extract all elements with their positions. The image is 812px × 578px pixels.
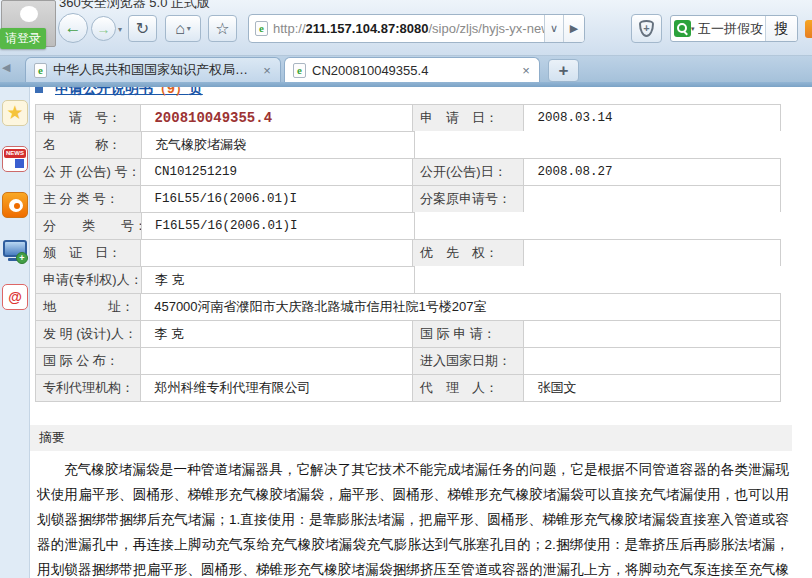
login-button[interactable]: 请登录: [0, 28, 46, 49]
shield-plus-icon: +: [639, 20, 654, 37]
priority-value: [523, 239, 781, 267]
field-label: 进入国家日期：: [412, 347, 524, 375]
field-label: 发 明 (设计)人：: [35, 320, 141, 348]
field-label: 地 址：: [35, 293, 141, 321]
search-engine-icon[interactable]: [674, 20, 691, 37]
mail-icon[interactable]: @: [2, 284, 28, 310]
field-label: 主 分 类 号：: [35, 185, 141, 213]
certificate-date-value: [140, 239, 413, 267]
search-engine-dropdown-icon[interactable]: ▾: [691, 25, 698, 33]
row-intl-publication: 国 际 公 布： 进入国家日期：: [35, 347, 781, 375]
row-applicant: 申请(专利权)人： 李 克: [35, 266, 781, 294]
field-label: 代 理 人：: [412, 374, 524, 402]
window-title: 360安全浏览器 5.0 正式版: [59, 0, 210, 12]
tab-scroll-left-icon[interactable]: ◀: [2, 61, 10, 74]
new-tab-button[interactable]: +: [548, 59, 579, 82]
url-host: 211.157.104.87:8080: [306, 21, 429, 36]
link-text: 申请公开说明书: [55, 87, 153, 96]
field-label: 国 际 申 请：: [412, 320, 524, 348]
document-link-row: 申请公开说明书（9）页: [35, 87, 435, 102]
tab-bar: ◀ e 中华人民共和国国家知识产权局专利... × e CN2008100493…: [0, 56, 812, 82]
agency-value: 郑州科维专利代理有限公司: [140, 374, 413, 402]
intl-application-value: [523, 320, 781, 348]
title-value: 充气橡胶堵漏袋: [141, 131, 415, 159]
link-page-count: （9）: [153, 87, 189, 96]
row-address: 地 址： 457000河南省濮阳市大庆路北路城市信用社院1号楼207室: [35, 293, 781, 321]
forward-dropdown-icon[interactable]: ▾: [118, 25, 122, 34]
row-classification: 分 类 号： F16L55/16(2006.01)I: [35, 212, 781, 240]
browser-toolbar: ← → ▾ ↻ ⌂ ▾ ☆ e http://211.157.104.87:80…: [58, 13, 812, 55]
bullet-icon: [35, 87, 43, 93]
applicant-value: 李 克: [141, 266, 415, 294]
page-icon: e: [255, 21, 268, 36]
add-icon: +: [16, 252, 28, 264]
publication-number-value: CN101251219: [140, 158, 413, 186]
field-label: 申 请 日：: [412, 104, 524, 132]
patent-info-table: 申 请 号： 200810049355.4 申 请 日： 2008.03.14 …: [35, 105, 781, 402]
national-entry-date-value: [523, 347, 781, 375]
class-value: F16L55/16(2006.01)I: [141, 212, 415, 240]
favorites-star-icon[interactable]: ★: [2, 100, 28, 126]
row-publication-number: 公 开 (公告) 号： CN101251219 公开(公告)日： 2008.08…: [35, 158, 781, 186]
security-shield-button[interactable]: +: [631, 14, 662, 43]
main-class-value: F16L55/16(2006.01)I: [140, 185, 413, 213]
search-button[interactable]: 搜: [765, 16, 797, 41]
back-button[interactable]: ←: [58, 13, 88, 43]
publication-date-value: 2008.08.27: [523, 158, 781, 186]
url-path: /sipo/zljs/hyjs-yx-new: [428, 21, 544, 36]
tab-patent-office[interactable]: e 中华人民共和国国家知识产权局专利... ×: [25, 57, 281, 82]
home-button[interactable]: ⌂ ▾: [165, 15, 201, 42]
refresh-button[interactable]: ↻: [128, 15, 157, 42]
url-text[interactable]: http://211.157.104.87:8080/sipo/zljs/hyj…: [273, 21, 544, 36]
favorites-tray-icon[interactable]: [805, 20, 812, 38]
address-value: 457000河南省濮阳市大庆路北路城市信用社院1号楼207室: [140, 293, 781, 321]
tab-label: CN200810049355.4: [312, 63, 519, 78]
page-icon: e: [293, 63, 306, 78]
search-input[interactable]: 五一拼假攻: [698, 20, 765, 38]
row-inventor: 发 明 (设计)人： 李 克 国 际 申 请：: [35, 320, 781, 348]
field-label: 分案原申请号：: [412, 185, 524, 213]
field-label: 优 先 权：: [412, 239, 524, 267]
abstract-text: 充气橡胶堵漏袋是一种管道堵漏器具，它解决了其它技术不能完成堵漏任务的问题，它是根…: [37, 457, 789, 578]
news-icon-label: NEWS: [4, 149, 26, 158]
address-bar[interactable]: e http://211.157.104.87:8080/sipo/zljs/h…: [248, 14, 585, 43]
field-label: 公 开 (公告) 号：: [35, 158, 141, 186]
page-content: 申请公开说明书（9）页 申 请 号： 200810049355.4 申 请 日：…: [30, 87, 812, 578]
browser-chrome: 360安全浏览器 5.0 正式版 请登录 ← → ▾ ↻ ⌂ ▾ ☆ e htt…: [0, 0, 812, 56]
tab-patent-record[interactable]: e CN200810049355.4 ×: [284, 57, 540, 82]
close-icon[interactable]: ×: [260, 63, 274, 78]
agent-value: 张国文: [523, 374, 781, 402]
row-main-classification: 主 分 类 号： F16L55/16(2006.01)I 分案原申请号：: [35, 185, 781, 213]
field-label: 名 称：: [35, 131, 142, 159]
remote-computer-icon[interactable]: +: [2, 238, 28, 264]
bookmark-button[interactable]: ☆: [208, 15, 237, 42]
inventor-value: 李 克: [140, 320, 413, 348]
field-label: 颁 证 日：: [35, 239, 141, 267]
weibo-icon[interactable]: [2, 192, 28, 218]
application-number-value: 200810049355.4: [140, 104, 413, 132]
publication-document-link[interactable]: 申请公开说明书（9）页: [55, 87, 203, 98]
news-icon[interactable]: NEWS: [2, 146, 28, 172]
field-label: 专利代理机构：: [35, 374, 141, 402]
link-suffix: 页: [189, 87, 203, 96]
field-label: 国 际 公 布：: [35, 347, 141, 375]
field-label: 分 类 号：: [35, 212, 142, 240]
abstract-section-header: 摘要: [30, 425, 792, 451]
search-box[interactable]: ▾ 五一拼假攻 搜: [670, 15, 798, 42]
row-application-number: 申 请 号： 200810049355.4 申 请 日： 2008.03.14: [35, 104, 781, 132]
home-dropdown-icon: ▾: [187, 24, 191, 33]
browser-sidebar: ★ NEWS + @: [0, 87, 30, 578]
intl-publication-value: [140, 347, 413, 375]
tab-label: 中华人民共和国国家知识产权局专利...: [53, 61, 260, 79]
forward-button[interactable]: →: [91, 16, 116, 41]
close-icon[interactable]: ×: [519, 63, 533, 78]
row-title-name: 名 称： 充气橡胶堵漏袋: [35, 131, 781, 159]
row-agency: 专利代理机构： 郑州科维专利代理有限公司 代 理 人： 张国文: [35, 374, 781, 402]
field-label: 申请(专利权)人：: [35, 266, 142, 294]
home-icon: ⌂: [175, 20, 185, 38]
page-icon: e: [34, 63, 47, 78]
go-button[interactable]: ▶: [563, 15, 584, 42]
url-history-dropdown[interactable]: ∨: [544, 15, 563, 42]
row-certificate-date: 颁 证 日： 优 先 权：: [35, 239, 781, 267]
url-protocol: http://: [273, 21, 306, 36]
